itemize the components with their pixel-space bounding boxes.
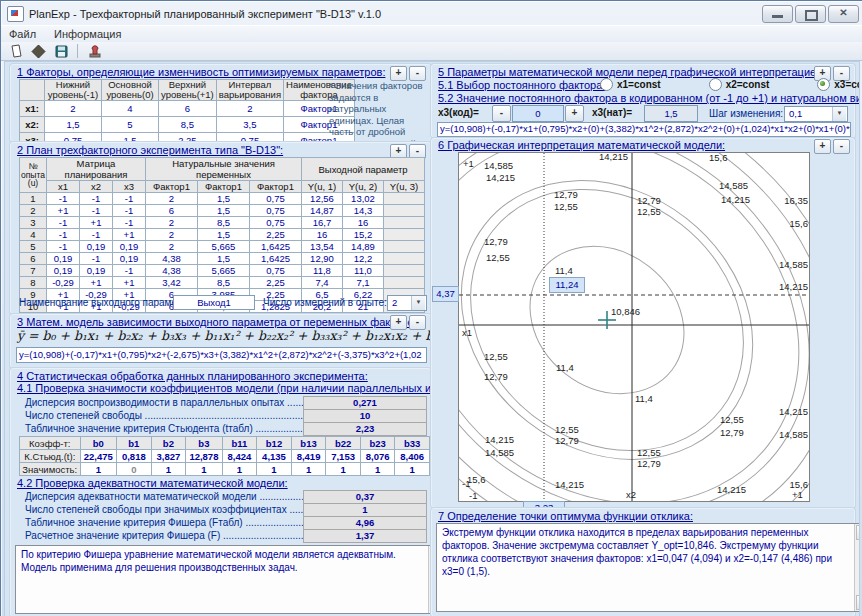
maximize-button[interactable] — [795, 5, 826, 23]
chevron-down-icon[interactable]: ▼ — [411, 296, 425, 310]
plan-cell[interactable]: 0,19 — [47, 253, 80, 265]
plan-cell[interactable]: 2 — [146, 229, 198, 241]
font-plus-button[interactable]: + — [390, 66, 407, 81]
increment-button[interactable]: + — [565, 105, 584, 122]
plan-cell[interactable]: +1 — [47, 205, 80, 217]
decrement-button[interactable]: - — [492, 105, 511, 122]
plan-cell[interactable]: 4,38 — [146, 253, 198, 265]
title-bar[interactable]: PlanExp - Трехфакторный планированный эк… — [1, 1, 862, 25]
factor-cell[interactable]: 1,5 — [45, 117, 102, 133]
plan-cell[interactable]: -1 — [80, 205, 113, 217]
measurements-dropdown[interactable]: 2 ▼ — [387, 295, 427, 311]
plan-cell[interactable]: 1,6425 — [250, 241, 302, 253]
plan-cell[interactable]: 0,19 — [113, 241, 146, 253]
plan-cell[interactable]: +1 — [80, 217, 113, 229]
plan-cell[interactable]: -1 — [113, 217, 146, 229]
font-minus-button[interactable]: - — [409, 66, 426, 81]
plan-cell[interactable]: 0,19 — [113, 253, 146, 265]
plan-cell[interactable] — [384, 229, 425, 241]
plan-cell[interactable]: 2 — [146, 193, 198, 205]
optimum-scrollbar[interactable]: ▲ ▼ — [854, 524, 860, 611]
model-equation[interactable]: y=(10,908)+(-0,17)*x1+(0,795)*x2+(-2,675… — [16, 347, 427, 363]
plan-cell[interactable]: 13,02 — [343, 193, 384, 205]
plan-cell[interactable] — [384, 205, 425, 217]
plan-cell[interactable]: -1 — [47, 193, 80, 205]
plan-cell[interactable] — [384, 265, 425, 277]
plan-cell[interactable]: 2,25 — [250, 277, 302, 289]
code-value-input[interactable]: 0 — [512, 105, 564, 122]
contour-plot[interactable]: +1x1-1-1x2+114,58514,21514,21515,612,791… — [458, 152, 810, 502]
scroll-up-icon[interactable]: ▲ — [856, 525, 860, 540]
step-dropdown[interactable]: 0,1 ▼ — [784, 106, 848, 122]
plan-cell[interactable]: 16 — [343, 217, 384, 229]
interpretation-equation[interactable]: y=(10,908)+(-0,17)*x1+(0,795)*x2+(0)+(3,… — [437, 122, 851, 137]
plan-cell[interactable]: 15,2 — [343, 229, 384, 241]
plan-cell[interactable]: 5,665 — [198, 241, 250, 253]
plan-cell[interactable]: 14,87 — [302, 205, 343, 217]
plan-cell[interactable]: +1 — [113, 229, 146, 241]
plan-cell[interactable]: 11,0 — [343, 265, 384, 277]
plan-cell[interactable]: -1 — [80, 229, 113, 241]
plan-cell[interactable]: 2 — [146, 217, 198, 229]
plan-cell[interactable]: 2 — [146, 241, 198, 253]
plan-cell[interactable] — [384, 217, 425, 229]
minimize-button[interactable] — [762, 5, 793, 23]
plan-cell[interactable]: 2,25 — [250, 229, 302, 241]
plan-cell[interactable]: 16 — [302, 229, 343, 241]
plan-cell[interactable]: 5,665 — [198, 265, 250, 277]
plan-cell[interactable]: 16,7 — [302, 217, 343, 229]
plan-cell[interactable]: 12,56 — [302, 193, 343, 205]
plan-cell[interactable]: 1,5 — [198, 229, 250, 241]
open-button[interactable] — [29, 43, 47, 59]
plan-cell[interactable]: 3,42 — [146, 277, 198, 289]
conclusion-textarea[interactable]: По критерию Фишера уравнение математичес… — [15, 545, 445, 614]
radio-x1[interactable]: x1=const — [600, 78, 661, 91]
factor-cell[interactable]: 4 — [102, 101, 159, 117]
plan-cell[interactable]: 0,75 — [250, 265, 302, 277]
optimum-textarea[interactable]: Экстремум функции отклика находится в пр… — [436, 523, 860, 612]
plan-cell[interactable]: 8,5 — [198, 217, 250, 229]
plan-cell[interactable]: 6 — [146, 205, 198, 217]
plan-cell[interactable]: 1,5 — [198, 253, 250, 265]
new-document-button[interactable] — [6, 43, 24, 59]
plan-cell[interactable] — [384, 253, 425, 265]
factor-cell[interactable]: 5 — [102, 117, 159, 133]
font-plus-button[interactable]: + — [814, 139, 831, 154]
plan-cell[interactable]: 8,5 — [198, 277, 250, 289]
plan-cell[interactable]: -1 — [47, 217, 80, 229]
radio-x3[interactable]: x3=const — [817, 78, 860, 91]
plan-cell[interactable]: 7,4 — [302, 277, 343, 289]
plan-cell[interactable]: 12,90 — [302, 253, 343, 265]
plan-cell[interactable]: -1 — [113, 205, 146, 217]
plan-cell[interactable]: -1 — [80, 253, 113, 265]
plan-cell[interactable]: -1 — [113, 193, 146, 205]
plan-cell[interactable]: 1,5 — [198, 205, 250, 217]
close-button[interactable] — [828, 5, 859, 23]
plan-cell[interactable]: 11,8 — [302, 265, 343, 277]
contour-svg[interactable]: +1x1-1-1x2+114,58514,21514,21515,612,791… — [459, 153, 809, 501]
plan-cell[interactable]: -0,29 — [47, 277, 80, 289]
plan-cell[interactable]: 14,89 — [343, 241, 384, 253]
plan-cell[interactable]: 12,2 — [343, 253, 384, 265]
factor-cell[interactable]: 6 — [159, 101, 217, 117]
menu-file[interactable]: Файл — [9, 28, 36, 40]
stamp-button[interactable] — [85, 43, 103, 59]
plan-cell[interactable]: 7,1 — [343, 277, 384, 289]
menu-info[interactable]: Информация — [54, 28, 121, 40]
nat-value-input[interactable]: 1,5 — [644, 105, 698, 122]
plan-cell[interactable]: 1,5 — [198, 193, 250, 205]
font-minus-button[interactable]: - — [833, 139, 850, 154]
factor-cell[interactable]: 3,5 — [216, 117, 283, 133]
chevron-down-icon[interactable]: ▼ — [832, 107, 846, 121]
plan-cell[interactable] — [384, 241, 425, 253]
factor-cell[interactable]: 2 — [216, 101, 283, 117]
plan-cell[interactable]: 4,38 — [146, 265, 198, 277]
save-button[interactable] — [52, 43, 70, 59]
plan-cell[interactable]: 0,19 — [80, 265, 113, 277]
plan-cell[interactable]: 0,75 — [250, 205, 302, 217]
plan-cell[interactable]: +1 — [80, 277, 113, 289]
plan-cell[interactable]: 0,19 — [80, 241, 113, 253]
plan-cell[interactable]: 0,75 — [250, 193, 302, 205]
plan-cell[interactable]: 13,54 — [302, 241, 343, 253]
radio-x2[interactable]: x2=const — [709, 78, 770, 91]
